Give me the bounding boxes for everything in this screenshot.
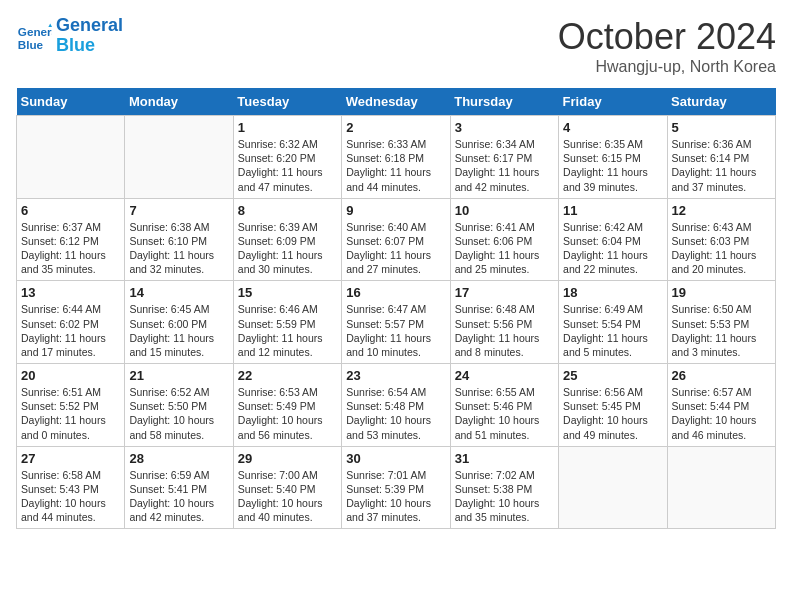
day-info: Sunrise: 6:48 AMSunset: 5:56 PMDaylight:… [455, 302, 554, 359]
days-header-row: SundayMondayTuesdayWednesdayThursdayFrid… [17, 88, 776, 116]
day-number: 6 [21, 203, 120, 218]
day-cell: 6Sunrise: 6:37 AMSunset: 6:12 PMDaylight… [17, 198, 125, 281]
day-info: Sunrise: 6:32 AMSunset: 6:20 PMDaylight:… [238, 137, 337, 194]
day-info: Sunrise: 6:57 AMSunset: 5:44 PMDaylight:… [672, 385, 771, 442]
day-cell: 3Sunrise: 6:34 AMSunset: 6:17 PMDaylight… [450, 116, 558, 199]
day-info: Sunrise: 6:45 AMSunset: 6:00 PMDaylight:… [129, 302, 228, 359]
day-cell: 26Sunrise: 6:57 AMSunset: 5:44 PMDayligh… [667, 364, 775, 447]
day-cell: 14Sunrise: 6:45 AMSunset: 6:00 PMDayligh… [125, 281, 233, 364]
day-number: 5 [672, 120, 771, 135]
day-cell: 31Sunrise: 7:02 AMSunset: 5:38 PMDayligh… [450, 446, 558, 529]
day-cell: 12Sunrise: 6:43 AMSunset: 6:03 PMDayligh… [667, 198, 775, 281]
day-cell: 7Sunrise: 6:38 AMSunset: 6:10 PMDaylight… [125, 198, 233, 281]
day-info: Sunrise: 6:35 AMSunset: 6:15 PMDaylight:… [563, 137, 662, 194]
day-info: Sunrise: 6:43 AMSunset: 6:03 PMDaylight:… [672, 220, 771, 277]
calendar-table: SundayMondayTuesdayWednesdayThursdayFrid… [16, 88, 776, 529]
day-cell: 21Sunrise: 6:52 AMSunset: 5:50 PMDayligh… [125, 364, 233, 447]
day-number: 16 [346, 285, 445, 300]
day-number: 3 [455, 120, 554, 135]
title-area: October 2024 Hwangju-up, North Korea [558, 16, 776, 76]
day-info: Sunrise: 6:58 AMSunset: 5:43 PMDaylight:… [21, 468, 120, 525]
day-cell: 20Sunrise: 6:51 AMSunset: 5:52 PMDayligh… [17, 364, 125, 447]
week-row-5: 27Sunrise: 6:58 AMSunset: 5:43 PMDayligh… [17, 446, 776, 529]
day-cell: 24Sunrise: 6:55 AMSunset: 5:46 PMDayligh… [450, 364, 558, 447]
day-cell: 28Sunrise: 6:59 AMSunset: 5:41 PMDayligh… [125, 446, 233, 529]
day-info: Sunrise: 6:42 AMSunset: 6:04 PMDaylight:… [563, 220, 662, 277]
day-info: Sunrise: 7:02 AMSunset: 5:38 PMDaylight:… [455, 468, 554, 525]
day-number: 12 [672, 203, 771, 218]
day-info: Sunrise: 6:53 AMSunset: 5:49 PMDaylight:… [238, 385, 337, 442]
day-cell: 8Sunrise: 6:39 AMSunset: 6:09 PMDaylight… [233, 198, 341, 281]
day-number: 17 [455, 285, 554, 300]
day-info: Sunrise: 6:55 AMSunset: 5:46 PMDaylight:… [455, 385, 554, 442]
day-cell: 13Sunrise: 6:44 AMSunset: 6:02 PMDayligh… [17, 281, 125, 364]
day-header-tuesday: Tuesday [233, 88, 341, 116]
day-info: Sunrise: 6:54 AMSunset: 5:48 PMDaylight:… [346, 385, 445, 442]
day-cell: 9Sunrise: 6:40 AMSunset: 6:07 PMDaylight… [342, 198, 450, 281]
day-info: Sunrise: 6:50 AMSunset: 5:53 PMDaylight:… [672, 302, 771, 359]
day-info: Sunrise: 6:33 AMSunset: 6:18 PMDaylight:… [346, 137, 445, 194]
day-number: 31 [455, 451, 554, 466]
day-info: Sunrise: 6:36 AMSunset: 6:14 PMDaylight:… [672, 137, 771, 194]
day-number: 30 [346, 451, 445, 466]
day-cell: 29Sunrise: 7:00 AMSunset: 5:40 PMDayligh… [233, 446, 341, 529]
day-cell: 19Sunrise: 6:50 AMSunset: 5:53 PMDayligh… [667, 281, 775, 364]
day-cell: 17Sunrise: 6:48 AMSunset: 5:56 PMDayligh… [450, 281, 558, 364]
day-header-monday: Monday [125, 88, 233, 116]
day-header-saturday: Saturday [667, 88, 775, 116]
day-info: Sunrise: 6:56 AMSunset: 5:45 PMDaylight:… [563, 385, 662, 442]
day-cell [667, 446, 775, 529]
day-cell: 23Sunrise: 6:54 AMSunset: 5:48 PMDayligh… [342, 364, 450, 447]
day-number: 4 [563, 120, 662, 135]
day-cell [559, 446, 667, 529]
day-number: 14 [129, 285, 228, 300]
day-info: Sunrise: 6:49 AMSunset: 5:54 PMDaylight:… [563, 302, 662, 359]
day-header-friday: Friday [559, 88, 667, 116]
day-number: 27 [21, 451, 120, 466]
day-number: 8 [238, 203, 337, 218]
day-number: 29 [238, 451, 337, 466]
day-header-wednesday: Wednesday [342, 88, 450, 116]
day-header-sunday: Sunday [17, 88, 125, 116]
day-cell [17, 116, 125, 199]
day-info: Sunrise: 6:37 AMSunset: 6:12 PMDaylight:… [21, 220, 120, 277]
day-number: 10 [455, 203, 554, 218]
day-cell: 11Sunrise: 6:42 AMSunset: 6:04 PMDayligh… [559, 198, 667, 281]
day-number: 9 [346, 203, 445, 218]
day-info: Sunrise: 6:59 AMSunset: 5:41 PMDaylight:… [129, 468, 228, 525]
day-cell: 5Sunrise: 6:36 AMSunset: 6:14 PMDaylight… [667, 116, 775, 199]
day-info: Sunrise: 6:51 AMSunset: 5:52 PMDaylight:… [21, 385, 120, 442]
day-cell [125, 116, 233, 199]
day-number: 7 [129, 203, 228, 218]
day-cell: 30Sunrise: 7:01 AMSunset: 5:39 PMDayligh… [342, 446, 450, 529]
day-info: Sunrise: 6:52 AMSunset: 5:50 PMDaylight:… [129, 385, 228, 442]
week-row-1: 1Sunrise: 6:32 AMSunset: 6:20 PMDaylight… [17, 116, 776, 199]
day-cell: 25Sunrise: 6:56 AMSunset: 5:45 PMDayligh… [559, 364, 667, 447]
day-cell: 27Sunrise: 6:58 AMSunset: 5:43 PMDayligh… [17, 446, 125, 529]
page-header: General Blue General Blue October 2024 H… [16, 16, 776, 76]
day-info: Sunrise: 7:00 AMSunset: 5:40 PMDaylight:… [238, 468, 337, 525]
day-info: Sunrise: 6:34 AMSunset: 6:17 PMDaylight:… [455, 137, 554, 194]
day-info: Sunrise: 7:01 AMSunset: 5:39 PMDaylight:… [346, 468, 445, 525]
week-row-2: 6Sunrise: 6:37 AMSunset: 6:12 PMDaylight… [17, 198, 776, 281]
day-cell: 1Sunrise: 6:32 AMSunset: 6:20 PMDaylight… [233, 116, 341, 199]
day-number: 24 [455, 368, 554, 383]
day-number: 13 [21, 285, 120, 300]
day-info: Sunrise: 6:39 AMSunset: 6:09 PMDaylight:… [238, 220, 337, 277]
day-cell: 16Sunrise: 6:47 AMSunset: 5:57 PMDayligh… [342, 281, 450, 364]
day-info: Sunrise: 6:38 AMSunset: 6:10 PMDaylight:… [129, 220, 228, 277]
day-cell: 18Sunrise: 6:49 AMSunset: 5:54 PMDayligh… [559, 281, 667, 364]
month-title: October 2024 [558, 16, 776, 58]
day-cell: 4Sunrise: 6:35 AMSunset: 6:15 PMDaylight… [559, 116, 667, 199]
day-info: Sunrise: 6:40 AMSunset: 6:07 PMDaylight:… [346, 220, 445, 277]
day-number: 15 [238, 285, 337, 300]
day-number: 21 [129, 368, 228, 383]
day-number: 20 [21, 368, 120, 383]
day-number: 18 [563, 285, 662, 300]
day-info: Sunrise: 6:41 AMSunset: 6:06 PMDaylight:… [455, 220, 554, 277]
svg-text:General: General [18, 25, 52, 38]
day-number: 25 [563, 368, 662, 383]
day-number: 28 [129, 451, 228, 466]
day-number: 23 [346, 368, 445, 383]
day-number: 19 [672, 285, 771, 300]
